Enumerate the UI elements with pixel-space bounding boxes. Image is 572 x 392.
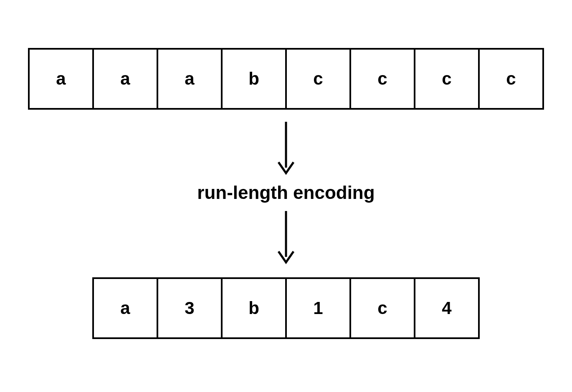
output-cell: b (221, 277, 287, 339)
output-cell: c (349, 277, 415, 339)
input-cell: a (157, 48, 223, 110)
input-array: aaabcccc (28, 48, 544, 110)
input-cell: a (92, 48, 158, 110)
input-cell: a (28, 48, 94, 110)
input-cell: c (478, 48, 544, 110)
arrow-down-bottom (273, 209, 299, 267)
input-cell: c (285, 48, 351, 110)
output-array: a3b1c4 (92, 277, 480, 339)
algorithm-label: run-length encoding (197, 182, 375, 203)
output-cell: 3 (157, 277, 223, 339)
input-cell: b (221, 48, 287, 110)
output-cell: 4 (414, 277, 480, 339)
output-cell: a (92, 277, 158, 339)
arrow-down-icon (273, 120, 299, 178)
arrow-down-top (273, 120, 299, 178)
input-cell: c (414, 48, 480, 110)
output-cell: 1 (285, 277, 351, 339)
input-cell: c (349, 48, 415, 110)
arrow-down-icon (273, 209, 299, 267)
